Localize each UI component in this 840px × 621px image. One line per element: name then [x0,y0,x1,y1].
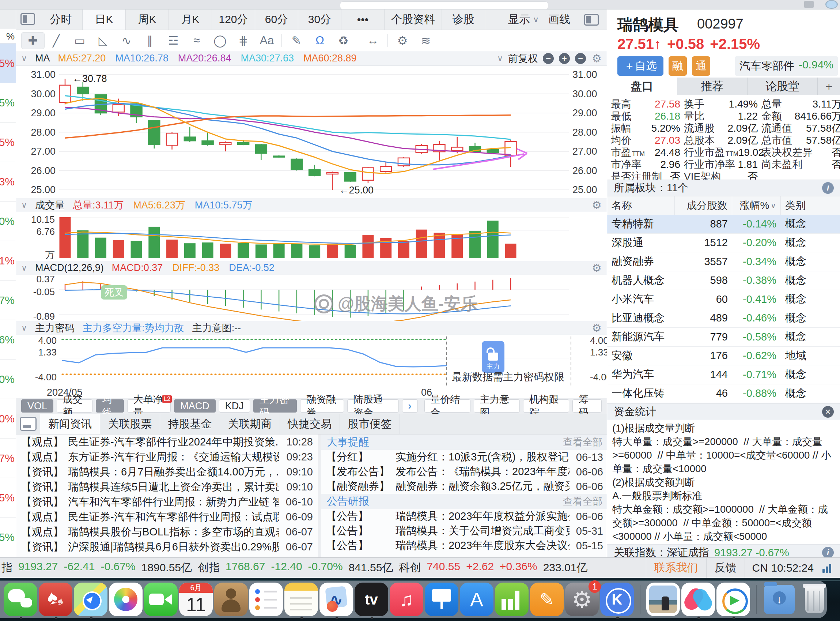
news-tab[interactable]: 持股基金 [160,414,220,434]
indicator-tab[interactable]: 主力意图 [474,399,520,412]
view-all-link[interactable]: 查看全部 [563,495,603,508]
index-quote-segment[interactable]: 233.01亿 [543,560,588,575]
indicator-tab[interactable]: MACD [174,399,216,412]
indicator-tab[interactable]: 成交额 [57,399,92,412]
dock-icon-trash[interactable] [798,583,831,616]
tool-icon-text-tool[interactable]: Aa [255,32,278,49]
sort-column[interactable]: 涨幅%∨ [732,196,781,215]
index-quote-segment[interactable]: +0.36% [500,560,537,575]
avatar[interactable] [825,0,838,9]
chevron-down-icon[interactable]: ∨ [21,200,27,210]
indicator-tab[interactable]: 筹码 [573,399,602,412]
report-item[interactable]: 【公告】瑞鹄模具：关于公司增资完成工商变更并换发营...05-31 [321,524,608,538]
index-quote-segment[interactable]: 1890.55亿 [142,560,192,575]
watchlist-row[interactable]: 5% [0,122,16,162]
dock-icon-kapp[interactable]: K [600,583,634,616]
news-item[interactable]: 【观点】东方证券-汽车行业周报：《交通运输大规模设...09:23 [16,450,318,465]
dock-icon-tencentvideo[interactable]: ▶ [716,583,750,616]
news-item[interactable]: 【资讯】瑞鹄模具：6月7日融券卖出金额14.00万元，...09:10 [16,465,318,479]
gear-icon[interactable]: ⚙ [592,262,602,274]
info-icon[interactable]: i [822,547,834,557]
chevron-down-icon[interactable]: ∨ [21,54,27,63]
dock-icon-appletv[interactable]: tv [355,583,388,616]
tool-icon-parallel-lines-tool[interactable]: ⋕ [232,32,255,49]
tool-icon-move-tool[interactable]: ✚ [21,32,45,49]
indicator-tab[interactable]: 主力密码 [253,399,297,412]
watchlist-row[interactable]: 0% [0,398,16,438]
watchlist-row[interactable]: 3% [0,162,16,201]
alert-item[interactable]: 【融资融券】融资融券：融资余额3.25亿元，融资买入额...06-06 [321,479,608,494]
tool-icon-trash-tool[interactable]: ♻ [332,32,355,49]
tool-icon-pencil-tool[interactable]: ✎ [285,32,308,49]
indicator-tab[interactable]: 量价结合 [425,399,470,412]
index-quote-segment[interactable]: 1768.67 [225,560,265,575]
board-row-新能源汽车[interactable]: 新能源汽车779-0.58%概念 [607,328,840,347]
index-quote-segment[interactable]: -62.41 [63,560,95,575]
tool-icon-trendline-tool[interactable]: ╱ [45,32,68,49]
period-tab[interactable]: 分时 [39,9,83,30]
titlebar-icon[interactable] [804,1,814,8]
news-item[interactable]: 【观点】民生证券-汽车和汽车零部件行业周报：试点联...06-09 [16,509,318,524]
panel-tab[interactable]: 推荐 [677,77,748,95]
watchlist-row[interactable]: 5% [0,517,16,557]
news-tab[interactable]: 快捷交易 [280,414,340,434]
dock-icon-photos[interactable] [109,583,142,616]
collapse-left-panel-icon[interactable] [20,13,35,25]
dock-icon-music[interactable]: ♫ [390,583,423,616]
period-tab[interactable]: 月K [169,9,212,30]
board-row-机器人概念[interactable]: 机器人概念598-0.38%概念 [607,271,840,290]
dock-icon-preview[interactable] [646,583,680,616]
display-menu[interactable]: 显示∨ [508,12,539,27]
volume-chart[interactable] [16,212,607,261]
gear-icon[interactable]: ⚙ [592,52,602,65]
tool-icon-vertical-lines-tool[interactable]: ∥ [138,32,162,49]
drawline-button[interactable]: 画线 [548,12,570,27]
lock-icon[interactable]: 主力 [482,341,505,373]
indicator-tab[interactable]: 大单净量L2 [127,399,171,412]
index-quote-segment[interactable]: 创指 [198,560,220,575]
gear-icon[interactable]: ⚙ [592,198,602,211]
dock-icon-facetime[interactable] [144,583,178,616]
period-tab[interactable]: 周K [126,9,169,30]
index-quote-segment[interactable]: 指 [2,560,12,575]
dock-icon-maps[interactable] [74,583,107,616]
period-tab[interactable]: 日K [83,9,126,30]
watchlist-row[interactable]: 7% [0,438,16,478]
index-quote-segment[interactable]: 740.55 [427,560,460,575]
index-quote-segment[interactable]: +2.62 [466,560,494,575]
contact-us-link[interactable]: 联系我们 [646,558,706,578]
index-quote-segment[interactable]: -12.40 [271,560,302,575]
index-quote-segment[interactable]: -0.70% [308,560,343,575]
board-row-比亚迪概念[interactable]: 比亚迪概念489-0.46%概念 [607,309,840,328]
dock-icon-reminders[interactable] [249,583,283,616]
board-row-一体化压铸[interactable]: 一体化压铸46-0.88%概念 [607,385,840,403]
indicator-tab[interactable]: 陆股通资金 [347,399,399,412]
gear-icon[interactable]: ⚙ [592,321,602,334]
tool-icon-wave-tool[interactable]: ≈ [185,32,208,49]
tool-icon-polyline-tool[interactable]: ∿ [115,32,138,49]
panel-tab[interactable]: ＋ [818,77,840,95]
panel-tab[interactable]: 论股堂 [748,77,818,95]
indicator-tab[interactable]: 机构跟踪 [523,399,569,412]
minimize-panel-icon[interactable] [20,417,36,431]
chevron-down-icon[interactable]: ∨ [21,263,27,273]
news-tab[interactable]: 新闻资讯 [40,414,100,434]
zoom-reset-button[interactable]: − [575,53,586,64]
alert-item[interactable]: 【分红】实施分红：10派3元(含税)，股权登记日为...06-13 [321,450,608,465]
index-quote-segment[interactable]: 841.55亿 [349,560,393,575]
indicator-tab[interactable]: 融资融券 [300,399,344,412]
dock-icon-settings[interactable]: ⚙ 1 [565,583,599,616]
connect-badge[interactable]: 通 [692,56,710,76]
board-row-专精特新[interactable]: 专精特新887-0.14%概念 [607,215,840,234]
chevron-down-icon[interactable]: ∨ [21,323,27,333]
tool-icon-layers-tool[interactable]: ≋ [414,32,438,49]
news-item[interactable]: 【观点】民生证券-汽车零部件行业2024年中期投资策...10:28 [16,435,318,450]
news-tab[interactable]: 关联期商 [220,414,280,434]
tool-icon-chart-settings-tool[interactable]: ⚙ [391,32,414,49]
board-row-华为汽车[interactable]: 华为汽车144-0.71%概念 [607,365,840,385]
indicator-tab[interactable]: 均线 [96,399,124,412]
tool-icon-spacing-tool[interactable]: ↔ [361,32,385,49]
indicator-tab[interactable]: KDJ [219,399,250,412]
period-tab[interactable]: 诊股 [442,9,485,30]
close-icon[interactable]: ✕ [822,406,834,418]
